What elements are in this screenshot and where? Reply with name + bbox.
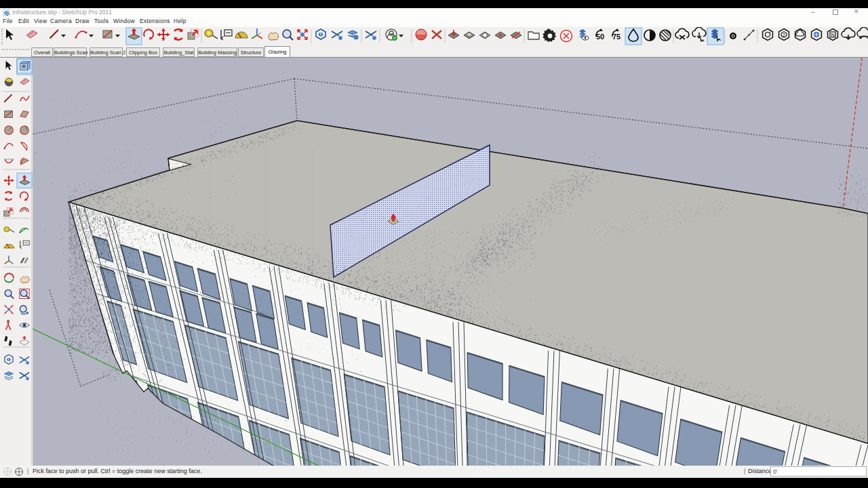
- svg-text:2: 2: [783, 33, 785, 37]
- svg-text:75: 75: [612, 33, 620, 41]
- svg-text:50: 50: [596, 33, 604, 41]
- svg-text:N: N: [831, 33, 835, 37]
